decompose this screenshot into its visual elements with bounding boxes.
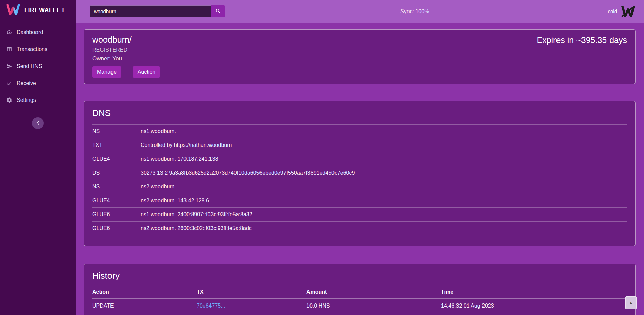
dns-record-type: DS [92,166,141,180]
domain-owner: Owner: You [92,55,627,62]
chevron-left-icon [35,120,41,127]
history-row: RENEW 9f3b82c1... 10.0 HNS 15:47:08 07 J… [92,313,627,315]
dns-record-row: GLUE6 ns1.woodburn. 2400:8907::f03c:93ff… [92,208,627,222]
transactions-icon [6,46,13,52]
dns-record-row: GLUE6 ns2.woodburn. 2600:3c02::f03c:93ff… [92,222,627,235]
scroll-to-top-button[interactable]: ▲ [625,296,637,309]
expiry-text: Expires in ~395.35 days [537,35,627,45]
dns-record-value: 30273 13 2 9a3a8fb3d625d2a2073d740f10da6… [141,166,627,180]
dns-record-value: ns2.woodburn. 2600:3c02::f03c:93ff:fe5a:… [141,222,627,235]
collapse-sidebar-button[interactable] [32,117,44,129]
history-action: UPDATE [92,299,197,313]
history-column-action: Action [92,286,197,299]
dashboard-icon [6,29,13,36]
sidebar-item-transactions[interactable]: Transactions [0,41,76,58]
wallet-indicator: cold [608,0,635,23]
sidebar-item-label: Settings [17,97,36,103]
sidebar-item-send-hns[interactable]: Send HNS [0,58,76,75]
history-column-amount: Amount [306,286,441,299]
dns-record-row: DS 30273 13 2 9a3a8fb3d625d2a2073d740f10… [92,166,627,180]
dns-record-value: ns1.woodburn. 170.187.241.138 [141,152,627,166]
domain-status: REGISTERED [92,47,627,53]
history-amount: 10.0 HNS [306,299,441,313]
send-icon [6,63,13,69]
dns-card: DNS NS ns1.woodburn. TXT Controlled by h… [84,101,636,246]
sidebar-item-dashboard[interactable]: Dashboard [0,24,76,41]
dns-record-value: ns1.woodburn. 2400:8907::f03c:93ff:fe5a:… [141,208,627,222]
sidebar-nav: Dashboard Transactions Send HNS Receive … [0,24,76,109]
dns-table: NS ns1.woodburn. TXT Controlled by https… [92,124,627,235]
sidebar-item-label: Send HNS [17,63,42,69]
history-action: RENEW [92,313,197,315]
dns-record-type: GLUE6 [92,222,141,235]
history-column-time: Time [441,286,627,299]
sidebar: FIREWALLET Dashboard Transactions Send H… [0,0,76,315]
settings-icon [6,97,13,103]
dns-record-type: NS [92,180,141,194]
dns-record-value: ns2.woodburn. 143.42.128.6 [141,194,627,208]
dns-record-row: GLUE4 ns2.woodburn. 143.42.128.6 [92,194,627,208]
dns-record-type: TXT [92,138,141,152]
history-amount: 10.0 HNS [306,313,441,315]
dns-record-value: ns2.woodburn. [141,180,627,194]
dns-record-value: ns1.woodburn. [141,125,627,138]
tx-link[interactable]: 70e64775... [197,303,225,309]
cold-wallet-icon[interactable] [621,6,635,17]
history-header-row: Action TX Amount Time [92,286,627,299]
arrow-up-icon: ▲ [629,301,633,305]
history-column-tx: TX [197,286,306,299]
firewallet-logo-icon [6,4,20,17]
manage-button[interactable]: Manage [92,66,121,78]
history-row: UPDATE 70e64775... 10.0 HNS 14:46:32 01 … [92,299,627,313]
auction-button[interactable]: Auction [133,66,160,78]
dns-record-type: GLUE4 [92,152,141,166]
history-time: 15:47:08 07 Jul 2023 [441,313,627,315]
search-button[interactable] [211,5,225,17]
sidebar-item-label: Dashboard [17,29,43,36]
history-time: 14:46:32 01 Aug 2023 [441,299,627,313]
sidebar-item-label: Receive [17,80,36,86]
search-icon [215,8,221,15]
dns-record-row: TXT Controlled by https://nathan.woodbur… [92,138,627,152]
sidebar-item-receive[interactable]: Receive [0,75,76,92]
dns-record-type: NS [92,125,141,138]
history-card-title: History [92,271,627,281]
dns-card-title: DNS [92,108,627,118]
sidebar-item-settings[interactable]: Settings [0,92,76,109]
history-table: Action TX Amount Time UPDATE 70e64775...… [92,286,627,315]
brand-name: FIREWALLET [24,7,65,14]
domain-card: woodburn/ REGISTERED Owner: You Manage A… [84,29,636,84]
history-card: History Action TX Amount Time UPDATE 70e… [84,264,636,315]
dns-record-type: GLUE4 [92,194,141,208]
brand: FIREWALLET [0,0,76,21]
search-group [90,5,225,17]
dns-record-value: Controlled by https://nathan.woodburn [141,138,627,152]
dns-record-row: GLUE4 ns1.woodburn. 170.187.241.138 [92,152,627,166]
dns-record-type: GLUE6 [92,208,141,222]
dns-record-row: NS ns2.woodburn. [92,180,627,194]
topbar: Sync: 100% cold [76,0,644,23]
main-content: woodburn/ REGISTERED Owner: You Manage A… [76,23,644,315]
search-input[interactable] [90,5,211,17]
sync-status: Sync: 100% [400,0,429,23]
dns-record-row: NS ns1.woodburn. [92,125,627,138]
wallet-name: cold [608,8,617,14]
sidebar-item-label: Transactions [17,46,47,52]
domain-buttons: Manage Auction [92,66,627,78]
receive-icon [6,80,13,86]
